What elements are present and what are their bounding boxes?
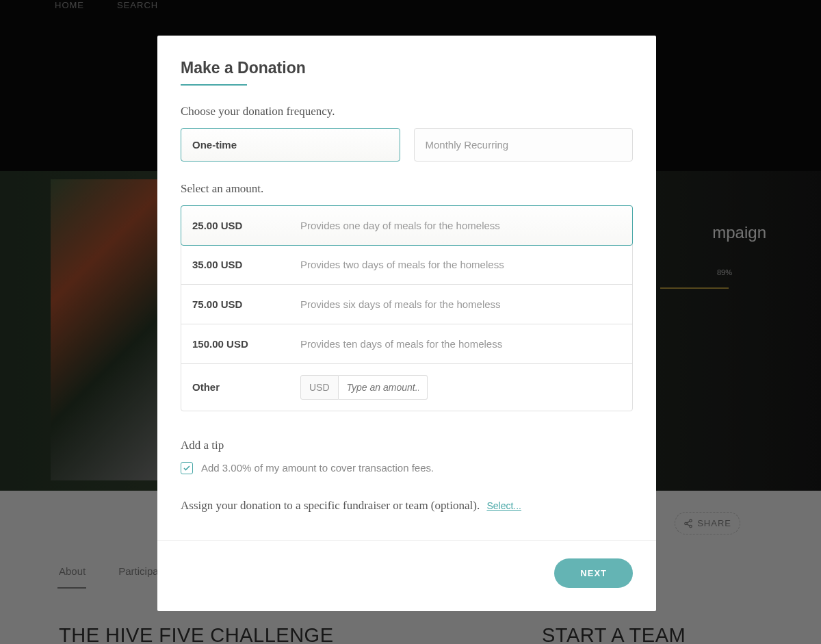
- amount-value: 150.00 USD: [192, 338, 300, 350]
- assign-section: Assign your donation to a specific fundr…: [181, 499, 633, 513]
- amount-option-150[interactable]: 150.00 USD Provides ten days of meals fo…: [181, 324, 632, 364]
- amount-option-75[interactable]: 75.00 USD Provides six days of meals for…: [181, 285, 632, 324]
- amount-option-other[interactable]: Other USD: [181, 364, 632, 411]
- check-icon: [183, 464, 191, 472]
- currency-prefix: USD: [300, 375, 339, 400]
- next-button[interactable]: NEXT: [554, 558, 633, 588]
- tip-label: Add a tip: [181, 439, 633, 452]
- tip-checkbox[interactable]: [181, 462, 193, 474]
- amount-desc: Provides two days of meals for the homel…: [300, 259, 504, 270]
- assign-text: Assign your donation to a specific fundr…: [181, 499, 480, 512]
- other-label: Other: [192, 381, 300, 393]
- amount-value: 35.00 USD: [192, 259, 300, 270]
- assign-select-link[interactable]: Select...: [486, 500, 521, 511]
- frequency-one-time[interactable]: One-time: [181, 128, 400, 162]
- modal-title: Make a Donation: [181, 59, 306, 84]
- amount-desc: Provides six days of meals for the homel…: [300, 298, 501, 310]
- amount-desc: Provides ten days of meals for the homel…: [300, 338, 502, 350]
- amount-value: 25.00 USD: [192, 220, 300, 231]
- amount-value: 75.00 USD: [192, 298, 300, 310]
- amount-list: 25.00 USD Provides one day of meals for …: [181, 205, 633, 411]
- frequency-options: One-time Monthly Recurring: [181, 128, 633, 162]
- amount-option-35[interactable]: 35.00 USD Provides two days of meals for…: [181, 245, 632, 285]
- donation-modal: Make a Donation Choose your donation fre…: [157, 36, 656, 611]
- other-amount-input[interactable]: [339, 375, 428, 400]
- amount-option-25[interactable]: 25.00 USD Provides one day of meals for …: [181, 205, 633, 246]
- modal-divider: [157, 540, 656, 541]
- tip-section: Add a tip Add 3.00% of my amount to cove…: [181, 439, 633, 474]
- amount-label: Select an amount.: [181, 182, 633, 196]
- title-underline: [181, 84, 247, 86]
- tip-text: Add 3.00% of my amount to cover transact…: [201, 462, 434, 474]
- frequency-label: Choose your donation frequency.: [181, 105, 633, 118]
- modal-footer: NEXT: [157, 558, 656, 588]
- amount-desc: Provides one day of meals for the homele…: [300, 220, 500, 231]
- frequency-monthly[interactable]: Monthly Recurring: [414, 128, 634, 162]
